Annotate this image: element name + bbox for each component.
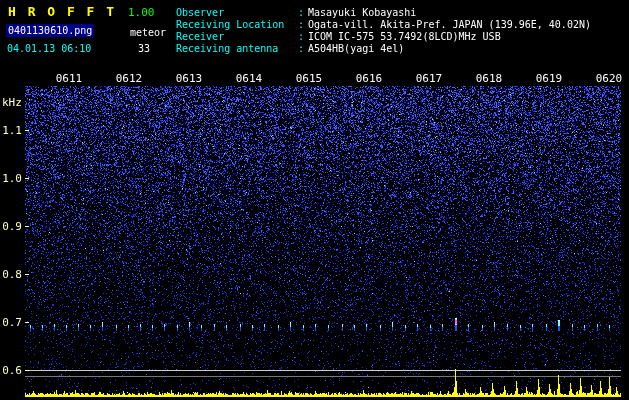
freq-tick-label: 0.7	[0, 316, 22, 329]
app-title: H R O F F T	[8, 4, 116, 19]
info-separator: :	[298, 43, 308, 55]
station-info-row: Receiving antenna:A504HB(yagi 4el)	[176, 43, 591, 55]
echo-count: 33	[138, 43, 150, 54]
station-info-row: Receiving Location:Ogata-vill. Akita-Pre…	[176, 19, 591, 31]
info-separator: :	[298, 19, 308, 31]
freq-axis-unit: kHz	[2, 96, 22, 109]
freq-tick-label: 0.8	[0, 268, 22, 281]
info-label: Receiver	[176, 31, 298, 43]
station-info-row: Observer:Masayuki Kobayashi	[176, 7, 591, 19]
time-tick-label: 0612	[116, 72, 143, 85]
spectrogram-canvas	[0, 0, 629, 400]
freq-tick-label: 0.6	[0, 364, 22, 377]
station-info: Observer:Masayuki KobayashiReceiving Loc…	[176, 7, 591, 55]
info-value: ICOM IC-575 53.7492(8LCD)MHz USB	[308, 31, 501, 43]
info-value: Masayuki Kobayashi	[308, 7, 416, 19]
time-tick-label: 0618	[476, 72, 503, 85]
hrofft-window: H R O F F T 1.00 0401130610.png meteor 0…	[0, 0, 629, 400]
mode-label: meteor	[130, 27, 166, 38]
freq-tick-label: 1.1	[0, 124, 22, 137]
station-info-row: Receiver:ICOM IC-575 53.7492(8LCD)MHz US…	[176, 31, 591, 43]
output-filename: 0401130610.png	[6, 24, 94, 37]
info-value: Ogata-vill. Akita-Pref. JAPAN (139.96E, …	[308, 19, 591, 31]
info-label: Observer	[176, 7, 298, 19]
time-tick-label: 0619	[536, 72, 563, 85]
time-tick-label: 0616	[356, 72, 383, 85]
time-tick-label: 0614	[236, 72, 263, 85]
info-label: Receiving antenna	[176, 43, 298, 55]
app-version: 1.00	[128, 6, 155, 19]
time-tick-label: 0620	[596, 72, 623, 85]
freq-tick-label: 1.0	[0, 172, 22, 185]
time-tick-label: 0611	[56, 72, 83, 85]
info-label: Receiving Location	[176, 19, 298, 31]
time-tick-label: 0615	[296, 72, 323, 85]
info-separator: :	[298, 7, 308, 19]
freq-tick-label: 0.9	[0, 220, 22, 233]
info-separator: :	[298, 31, 308, 43]
time-tick-label: 0613	[176, 72, 203, 85]
time-tick-label: 0617	[416, 72, 443, 85]
info-value: A504HB(yagi 4el)	[308, 43, 404, 55]
datetime-label: 04.01.13 06:10	[7, 43, 91, 54]
